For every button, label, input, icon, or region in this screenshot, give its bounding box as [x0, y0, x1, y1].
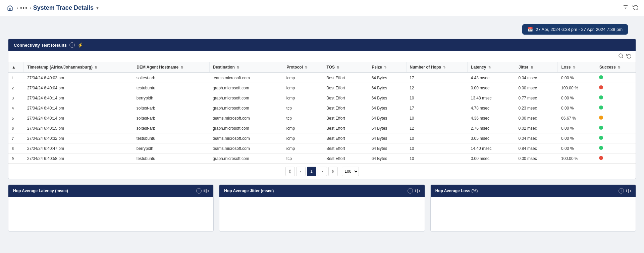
- latency-chart-toggle[interactable]: [204, 189, 209, 193]
- col-header-hops[interactable]: Number of Hops ⇅: [406, 62, 467, 73]
- table-row: 1 27/04/24 6:40:03 pm soltest-arb teams.…: [8, 73, 636, 83]
- status-dot: [599, 85, 603, 89]
- bottom-panels: Hop Average Latency (msec) i Hop Average…: [8, 184, 636, 231]
- cell-jitter: 0.00 msec: [515, 154, 558, 164]
- next-page-button[interactable]: ›: [318, 167, 327, 176]
- cell-timestamp: 27/04/24 6:40:03 pm: [24, 73, 133, 83]
- table-row: 8 27/04/24 6:40:47 pm berrypidh teams.mi…: [8, 143, 636, 154]
- cell-latency: 0.00 msec: [468, 83, 515, 93]
- cell-loss: 0.00 %: [558, 123, 596, 133]
- cell-psize: 64 Bytes: [368, 154, 406, 164]
- home-icon[interactable]: [5, 3, 15, 13]
- page-1-button[interactable]: 1: [307, 167, 316, 176]
- search-icon[interactable]: [618, 53, 624, 60]
- loss-info-icon[interactable]: i: [619, 188, 624, 194]
- cell-latency: 2.76 msec: [468, 123, 515, 133]
- cell-agent: soltest-arb: [133, 123, 209, 133]
- col-header-success[interactable]: Success ⇅: [596, 62, 636, 73]
- col-header-loss[interactable]: Loss ⇅: [558, 62, 596, 73]
- cell-destination: graph.microsoft.com: [209, 93, 283, 103]
- loss-chart-toggle[interactable]: [626, 189, 631, 193]
- status-dot: [599, 156, 603, 160]
- cell-jitter: 0.00 msec: [515, 113, 558, 123]
- jitter-panel-body: [219, 197, 424, 227]
- table-row: 3 27/04/24 6:40:14 pm berrypidh graph.mi…: [8, 93, 636, 103]
- last-page-button[interactable]: ⟫: [328, 167, 338, 176]
- latency-info-icon[interactable]: i: [196, 188, 202, 194]
- jitter-info-icon[interactable]: i: [408, 188, 413, 194]
- table-wrapper[interactable]: ▲ Timestamp (Africa/Johannesburg) ⇅ DEM …: [8, 62, 636, 164]
- cell-timestamp: 27/04/24 6:40:04 pm: [24, 83, 133, 93]
- jitter-chart-toggle[interactable]: [415, 189, 420, 193]
- bar1: [204, 189, 205, 192]
- cell-agent: soltest-arb: [133, 73, 209, 83]
- status-dot: [599, 106, 603, 110]
- cell-success: [596, 93, 636, 103]
- refresh-table-icon[interactable]: [626, 53, 632, 60]
- filter-icon[interactable]: [623, 4, 629, 12]
- cell-protocol: icmp: [283, 83, 323, 93]
- cell-jitter: 0.84 msec: [515, 143, 558, 154]
- cell-tos: Best Effort: [323, 83, 368, 93]
- table-header-row: ▲ Timestamp (Africa/Johannesburg) ⇅ DEM …: [8, 62, 636, 73]
- col-header-sort-asc[interactable]: ▲: [8, 62, 24, 73]
- cell-hops: 12: [406, 83, 467, 93]
- date-range-badge[interactable]: 📅 27 Apr, 2024 6:38 pm - 27 Apr, 2024 7:…: [522, 24, 628, 35]
- lightning-icon[interactable]: ⚡: [77, 42, 83, 48]
- cell-protocol: tcp: [283, 154, 323, 164]
- status-dot: [599, 75, 603, 79]
- col-header-tos[interactable]: TOS ⇅: [323, 62, 368, 73]
- breadcrumb-dots[interactable]: •••: [20, 5, 28, 11]
- cell-psize: 64 Bytes: [368, 143, 406, 154]
- cell-success: [596, 154, 636, 164]
- cell-latency: 4.78 msec: [468, 103, 515, 113]
- cell-tos: Best Effort: [323, 154, 368, 164]
- first-page-button[interactable]: ⟪: [285, 167, 295, 176]
- jitter-panel-title: Hop Average Jitter (msec): [224, 188, 405, 193]
- col-header-agent[interactable]: DEM Agent Hostname ⇅: [133, 62, 209, 73]
- refresh-icon[interactable]: [633, 4, 639, 12]
- status-dot: [599, 116, 603, 120]
- col-header-protocol[interactable]: Protocol ⇅: [283, 62, 323, 73]
- row-index: 6: [8, 123, 24, 133]
- col-header-destination[interactable]: Destination ⇅: [209, 62, 283, 73]
- per-page-select[interactable]: 10 25 50 100: [342, 167, 359, 176]
- cell-success: [596, 123, 636, 133]
- cell-protocol: icmp: [283, 93, 323, 103]
- cell-loss: 66.67 %: [558, 113, 596, 123]
- date-range-container: 📅 27 Apr, 2024 6:38 pm - 27 Apr, 2024 7:…: [8, 20, 636, 35]
- prev-page-button[interactable]: ‹: [296, 167, 306, 176]
- main-content: 📅 27 Apr, 2024 6:38 pm - 27 Apr, 2024 7:…: [0, 16, 644, 236]
- row-index: 2: [8, 83, 24, 93]
- col-header-jitter[interactable]: Jitter ⇅: [515, 62, 558, 73]
- connectivity-panel-header: Connectivity Test Results i ⚡: [8, 39, 636, 51]
- cell-timestamp: 27/04/24 6:40:47 pm: [24, 143, 133, 154]
- cell-loss: 0.00 %: [558, 103, 596, 113]
- table-row: 4 27/04/24 6:40:14 pm soltest-arb graph.…: [8, 103, 636, 113]
- loss-panel: Hop Average Loss (%) i: [430, 184, 636, 231]
- table-row: 7 27/04/24 6:40:32 pm testubuntu teams.m…: [8, 133, 636, 143]
- col-header-timestamp[interactable]: Timestamp (Africa/Johannesburg) ⇅: [24, 62, 133, 73]
- row-index: 5: [8, 113, 24, 123]
- cell-timestamp: 27/04/24 6:40:14 pm: [24, 93, 133, 103]
- breadcrumb-chevron-1: ›: [17, 6, 18, 10]
- svg-point-3: [619, 54, 623, 57]
- row-index: 7: [8, 133, 24, 143]
- col-header-latency[interactable]: Latency ⇅: [468, 62, 515, 73]
- cell-protocol: icmp: [283, 73, 323, 83]
- table-row: 5 27/04/24 6:40:14 pm soltest-arb teams.…: [8, 113, 636, 123]
- connectivity-panel-title: Connectivity Test Results: [14, 43, 67, 48]
- cell-latency: 4.36 msec: [468, 113, 515, 123]
- cell-hops: 17: [406, 103, 467, 113]
- cell-latency: 14.40 msec: [468, 143, 515, 154]
- col-header-psize[interactable]: Psize ⇅: [368, 62, 406, 73]
- status-dot: [599, 146, 603, 150]
- table-row: 9 27/04/24 6:40:58 pm testubuntu graph.m…: [8, 154, 636, 164]
- row-index: 1: [8, 73, 24, 83]
- page-title-dropdown-icon[interactable]: ▼: [96, 6, 99, 10]
- nav-actions: [623, 4, 639, 12]
- status-dot: [599, 95, 603, 99]
- loss-panel-body: [431, 197, 636, 227]
- breadcrumb: › ••• › System Trace Details ▼: [5, 3, 99, 13]
- connectivity-info-icon[interactable]: i: [69, 42, 75, 48]
